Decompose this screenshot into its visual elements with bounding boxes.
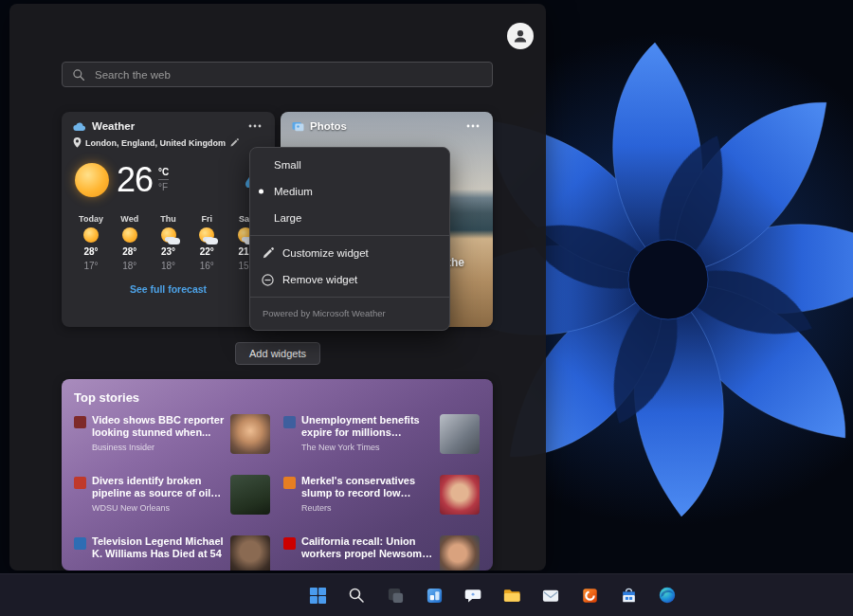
top-stories-widget: Top stories Video shows BBC reporter loo… [62,379,493,571]
news-item[interactable]: Merkel's conservatives slump to record l… [283,475,480,524]
source-logo-icon [74,416,86,428]
weather-cloud-icon [73,121,86,132]
unit-fahrenheit[interactable]: °F [158,180,169,192]
mail-button[interactable] [535,579,567,611]
forecast-day-label: Wed [120,214,138,224]
news-thumbnail [230,475,270,515]
person-icon [512,27,529,45]
see-full-forecast-link[interactable]: See full forecast [124,282,212,296]
menu-separator [250,297,449,298]
forecast-high: 28° [83,246,98,257]
unit-celsius[interactable]: °C [158,167,169,180]
current-temperature: 26 [117,160,153,200]
task-view-button[interactable] [379,579,411,611]
search-icon [72,68,85,82]
news-source: Reuters [301,503,434,513]
photos-title: Photos [310,120,457,132]
mail-envelope-icon [541,588,560,604]
news-thumbnail [230,414,270,454]
office-icon [581,587,599,605]
temperature-unit-toggle[interactable]: °C °F [158,167,169,192]
chat-button[interactable] [457,579,489,611]
widgets-button[interactable] [418,579,450,611]
search-bar[interactable] [62,62,493,87]
news-headline: Unemployment benefits expire for million… [301,414,434,440]
news-item[interactable]: California recall: Union workers propel … [283,535,480,571]
partly-cloudy-icon [161,227,176,243]
news-headline: Merkel's conservatives slump to record l… [301,475,434,500]
edge-button[interactable] [651,579,683,611]
edit-location-pencil-icon[interactable] [229,138,239,148]
menu-separator [250,235,449,236]
forecast-high: 22° [200,246,214,257]
news-item[interactable]: Divers identify broken pipeline as sourc… [74,475,270,524]
forecast-high: 28° [122,246,136,257]
microsoft-store-icon [620,587,638,605]
photos-icon [292,121,304,132]
news-source: The New York Times [301,443,434,452]
news-source: WDSU New Orleans [92,503,225,513]
top-stories-title: Top stories [74,390,481,405]
stories-grid: Video shows BBC reporter looking stunned… [74,414,481,571]
partly-cloudy-icon [199,227,214,243]
forecast-day-wed[interactable]: Wed 28° 18° [112,214,148,271]
source-logo-icon [283,537,296,550]
news-thumbnail [230,535,270,571]
news-headline: Television Legend Michael K. Williams Ha… [92,535,225,561]
news-headline: Divers identify broken pipeline as sourc… [92,475,225,500]
search-icon [348,587,365,604]
forecast-day-today[interactable]: Today 28° 17° [73,214,109,271]
news-thumbnail [440,414,480,454]
news-item[interactable]: Unemployment benefits expire for million… [283,414,480,463]
news-headline: Video shows BBC reporter looking stunned… [92,414,225,440]
file-explorer-button[interactable] [496,579,528,611]
weather-more-options-icon[interactable] [245,122,265,130]
selected-bullet-icon [259,190,263,194]
widgets-panel: Weather London, England, United Kingdom … [9,4,546,571]
desktop: Weather London, England, United Kingdom … [0,0,853,616]
menu-item-label: Customize widget [282,247,369,259]
add-widgets-button[interactable]: Add widgets [235,342,320,365]
forecast-low: 18° [122,261,136,271]
forecast-day-fri[interactable]: Fri 22° 16° [189,214,225,271]
taskbar-search-button[interactable] [340,579,372,611]
taskbar [0,573,853,616]
forecast-low: 16° [200,261,214,271]
office-button[interactable] [573,579,606,611]
menu-item-remove-widget[interactable]: Remove widget [250,266,449,293]
forecast-day-label: Thu [160,214,176,224]
forecast-high: 23° [161,246,175,257]
news-item[interactable]: Video shows BBC reporter looking stunned… [74,414,270,463]
source-logo-icon [283,477,296,489]
weather-title: Weather [92,120,239,132]
sunny-icon [83,227,99,243]
widget-context-menu: Small Medium Large Customize widget [249,147,450,331]
menu-item-medium[interactable]: Medium [250,178,449,205]
photos-more-options-icon[interactable] [463,122,483,130]
source-logo-icon [283,416,296,428]
menu-item-label: Medium [274,186,313,197]
edge-browser-icon [658,586,677,605]
forecast-day-label: Fri [201,214,212,224]
source-logo-icon [74,537,86,550]
search-input[interactable] [93,68,482,82]
news-source: Business Insider [92,443,225,452]
forecast-day-thu[interactable]: Thu 23° 18° [151,214,187,271]
news-thumbnail [440,535,480,571]
weather-widget[interactable]: Weather London, England, United Kingdom … [62,112,275,327]
menu-item-customize-widget[interactable]: Customize widget [250,240,449,266]
start-button[interactable] [301,579,334,611]
menu-item-large[interactable]: Large [250,205,449,231]
menu-item-label: Large [274,212,301,224]
menu-item-small[interactable]: Small [250,152,449,178]
news-item[interactable]: Television Legend Michael K. Williams Ha… [74,535,270,571]
location-pin-icon [73,137,82,148]
store-button[interactable] [612,579,644,611]
chat-bubble-icon [464,587,482,605]
user-avatar[interactable] [507,23,534,49]
menu-footer: Powered by Microsoft Weather [250,301,449,326]
windows-start-icon [309,587,327,605]
menu-item-label: Remove widget [282,274,357,285]
forecast-low: 18° [161,261,175,271]
menu-item-label: Small [274,159,301,171]
